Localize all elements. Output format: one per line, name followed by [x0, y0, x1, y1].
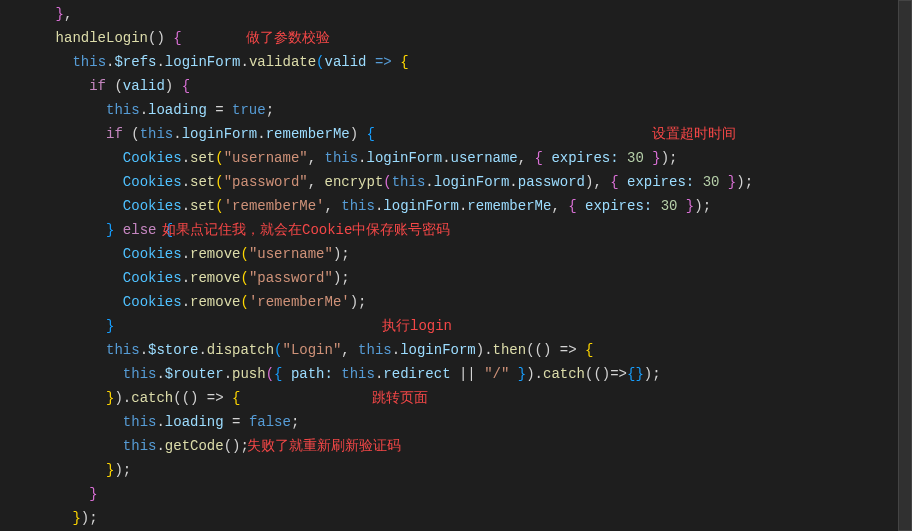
code-line[interactable]: }, — [22, 2, 912, 26]
code-line[interactable]: Cookies.set("username", this.loginForm.u… — [22, 146, 912, 170]
code-line[interactable]: this.loading = true; — [22, 98, 912, 122]
code-line[interactable]: this.$router.push({ path: this.redirect … — [22, 362, 912, 386]
annotation-redirect: 跳转页面 — [372, 386, 428, 410]
code-line[interactable]: Cookies.remove("username"); — [22, 242, 912, 266]
annotation-exec-login: 执行login — [382, 314, 452, 338]
minimap-thumb[interactable] — [898, 0, 912, 531]
annotation-cookie-save: 如果点记住我，就会在Cookie中保存账号密码 — [162, 218, 450, 242]
code-line[interactable]: }); — [22, 458, 912, 482]
code-line[interactable]: this.$store.dispatch("Login", this.login… — [22, 338, 912, 362]
code-line[interactable]: Cookies.remove("password"); — [22, 266, 912, 290]
code-line[interactable]: } else {如果点记住我，就会在Cookie中保存账号密码 — [22, 218, 912, 242]
code-line[interactable]: Cookies.set('rememberMe', this.loginForm… — [22, 194, 912, 218]
annotation-param-check: 做了参数校验 — [246, 26, 330, 50]
minimap[interactable] — [898, 0, 912, 531]
code-line[interactable]: } — [22, 482, 912, 506]
code-line[interactable]: handleLogin() {做了参数校验 — [22, 26, 912, 50]
code-line[interactable]: this.$refs.loginForm.validate(valid => { — [22, 50, 912, 74]
code-line[interactable]: if (valid) { — [22, 74, 912, 98]
code-content[interactable]: }, handleLogin() {做了参数校验 this.$refs.logi… — [22, 0, 912, 531]
code-line[interactable]: Cookies.remove('rememberMe'); — [22, 290, 912, 314]
code-line[interactable]: this.loading = false; — [22, 410, 912, 434]
code-editor[interactable]: }, handleLogin() {做了参数校验 this.$refs.logi… — [0, 0, 912, 531]
gutter — [0, 0, 22, 531]
annotation-timeout: 设置超时时间 — [652, 122, 736, 146]
code-line[interactable]: Cookies.set("password", encrypt(this.log… — [22, 170, 912, 194]
annotation-refresh-captcha: 失败了就重新刷新验证码 — [247, 434, 401, 458]
code-line[interactable]: }).catch(() => {跳转页面 — [22, 386, 912, 410]
code-line[interactable]: this.getCode();失败了就重新刷新验证码 — [22, 434, 912, 458]
code-line[interactable]: }); — [22, 506, 912, 530]
code-line[interactable]: }执行login — [22, 314, 912, 338]
code-line[interactable]: if (this.loginForm.rememberMe) {设置超时时间 — [22, 122, 912, 146]
